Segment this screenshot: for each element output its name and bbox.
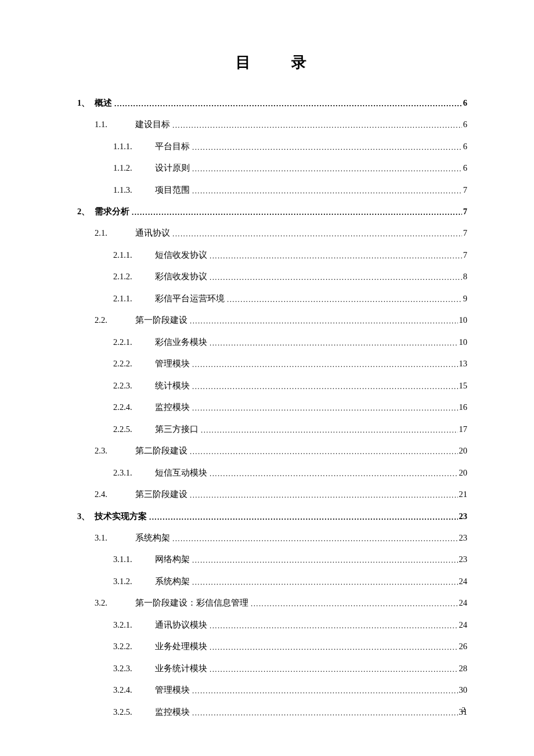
toc-leader-dots <box>192 376 458 397</box>
toc-entry-text: 短信互动模块 <box>155 462 210 484</box>
toc-leader-dots <box>210 332 458 354</box>
toc-entry-text: 系统构架 <box>155 571 192 593</box>
toc-entry-text: 业务处理模块 <box>155 636 210 658</box>
toc-entry: 2.1.2.彩信收发协议8 <box>113 266 467 288</box>
toc-leader-dots <box>132 201 462 222</box>
toc-leader-dots <box>190 441 458 462</box>
toc-entry-text: 网络构架 <box>155 549 192 571</box>
toc-entry-text: 通讯协议 <box>135 222 172 244</box>
toc-entry: 2.2.第一阶段建设10 <box>95 309 467 332</box>
toc-entry-page: 16 <box>458 397 468 419</box>
toc-entry-text: 设计原则 <box>155 157 192 179</box>
toc-entry: 2.2.3.统计模块15 <box>113 375 467 397</box>
toc-entry-text: 彩信平台运营环境 <box>155 288 227 310</box>
toc-entry-text: 需求分析 <box>95 201 132 222</box>
toc-entry-text: 短信收发协议 <box>155 244 210 267</box>
toc-entry-page: 6 <box>462 92 467 114</box>
toc-entry-number: 3、 <box>77 506 95 527</box>
toc-entry: 3、技术实现方案23 <box>77 506 467 527</box>
toc-leader-dots <box>210 636 458 658</box>
toc-entry-number: 1.1. <box>95 114 135 136</box>
toc-entry-page: 23 <box>458 527 468 549</box>
toc-leader-dots <box>192 158 462 179</box>
toc-entry-page: 17 <box>458 419 468 441</box>
toc-leader-dots <box>172 528 458 549</box>
toc-entry: 2.1.1.短信收发协议7 <box>113 244 467 267</box>
toc-entry: 3.2.2.业务处理模块26 <box>113 636 467 658</box>
toc-entry: 2.1.1.彩信平台运营环境9 <box>113 288 467 310</box>
toc-entry: 3.1.系统构架23 <box>95 527 467 549</box>
toc-entry: 3.2.第一阶段建设：彩信信息管理24 <box>95 592 467 614</box>
toc-leader-dots <box>210 615 458 636</box>
toc-entry-page: 6 <box>462 136 467 158</box>
toc-entry: 1.1.建设目标6 <box>95 114 467 136</box>
toc-leader-dots <box>172 223 462 244</box>
toc-entry-page: 6 <box>462 114 467 136</box>
toc-entry-number: 3.2.1. <box>113 614 155 636</box>
toc-entry-text: 第三阶段建设 <box>135 484 190 506</box>
toc-entry-number: 2.1.1. <box>113 244 155 267</box>
toc-entry-number: 3.2.4. <box>113 679 155 701</box>
toc-entry: 2.2.5.第三方接口17 <box>113 419 467 441</box>
toc-leader-dots <box>192 549 458 571</box>
toc-leader-dots <box>192 397 458 419</box>
toc-entry-number: 3.2.2. <box>113 636 155 658</box>
toc-entry-page: 23 <box>458 506 468 527</box>
toc-entry-page: 30 <box>458 679 468 701</box>
toc-entry-page: 21 <box>458 484 468 506</box>
toc-entry: 2、需求分析7 <box>77 201 467 222</box>
toc-entry-page: 13 <box>458 353 468 375</box>
toc-leader-dots <box>227 289 462 310</box>
toc-entry-text: 建设目标 <box>135 114 172 136</box>
toc-entry-number: 2.1.1. <box>113 288 155 310</box>
toc-entry-page: 7 <box>462 179 467 201</box>
toc-entry: 1.1.1.平台目标6 <box>113 136 467 158</box>
toc-entry-page: 20 <box>458 462 468 484</box>
toc-entry-text: 平台目标 <box>155 136 192 158</box>
toc-entry-text: 概述 <box>95 92 114 114</box>
toc-entry-text: 监控模块 <box>155 701 192 723</box>
toc-entry-number: 2.2.2. <box>113 353 155 375</box>
toc-entry-number: 1.1.1. <box>113 136 155 158</box>
toc-entry-page: 20 <box>458 440 468 462</box>
toc-entry: 3.2.4.管理模块30 <box>113 679 467 701</box>
toc-leader-dots <box>210 463 458 484</box>
toc-entry-text: 系统构架 <box>135 527 172 549</box>
toc-leader-dots <box>192 680 458 701</box>
toc-entry-number: 1.1.3. <box>113 179 155 201</box>
toc-entry-page: 24 <box>458 614 468 636</box>
toc-leader-dots <box>172 114 462 136</box>
page-number: 2 <box>462 705 466 714</box>
toc-entry: 3.2.1.通讯协议模块24 <box>113 614 467 636</box>
toc-entry-number: 1.1.2. <box>113 157 155 179</box>
toc-leader-dots <box>114 93 462 114</box>
toc-entry: 3.2.5.监控模块31 <box>113 701 467 723</box>
toc-entry-page: 10 <box>458 309 468 332</box>
toc-entry-text: 项目范围 <box>155 179 192 201</box>
toc-leader-dots <box>210 245 462 267</box>
toc-entry-text: 统计模块 <box>155 375 192 397</box>
toc-leader-dots <box>192 702 458 723</box>
toc-entry-text: 管理模块 <box>155 679 192 701</box>
toc-entry-number: 3.1. <box>95 527 135 549</box>
toc-entry: 3.1.2.系统构架24 <box>113 571 467 593</box>
toc-entry-page: 26 <box>458 636 468 658</box>
toc-entry-number: 2.2.1. <box>113 332 155 354</box>
toc-leader-dots <box>192 180 462 201</box>
toc-entry-page: 9 <box>462 288 467 310</box>
toc-entry-page: 23 <box>458 549 468 571</box>
toc-leader-dots <box>192 571 458 593</box>
toc-entry: 2.3.1.短信互动模块20 <box>113 462 467 484</box>
toc-entry-page: 7 <box>462 244 467 267</box>
toc-entry-text: 业务统计模块 <box>155 658 210 680</box>
toc-entry-number: 3.1.2. <box>113 571 155 593</box>
toc-entry: 3.2.3.业务统计模块28 <box>113 658 467 680</box>
toc-entry-number: 2.2.4. <box>113 397 155 419</box>
toc-entry: 1.1.2.设计原则6 <box>113 157 467 179</box>
toc-entry-page: 15 <box>458 375 468 397</box>
toc-entry: 1、概述6 <box>77 92 467 114</box>
toc-entry: 2.3.第二阶段建设20 <box>95 440 467 462</box>
toc-entry-number: 2.2. <box>95 309 135 332</box>
toc-entry: 2.2.2.管理模块13 <box>113 353 467 375</box>
toc-entry-number: 2.2.3. <box>113 375 155 397</box>
